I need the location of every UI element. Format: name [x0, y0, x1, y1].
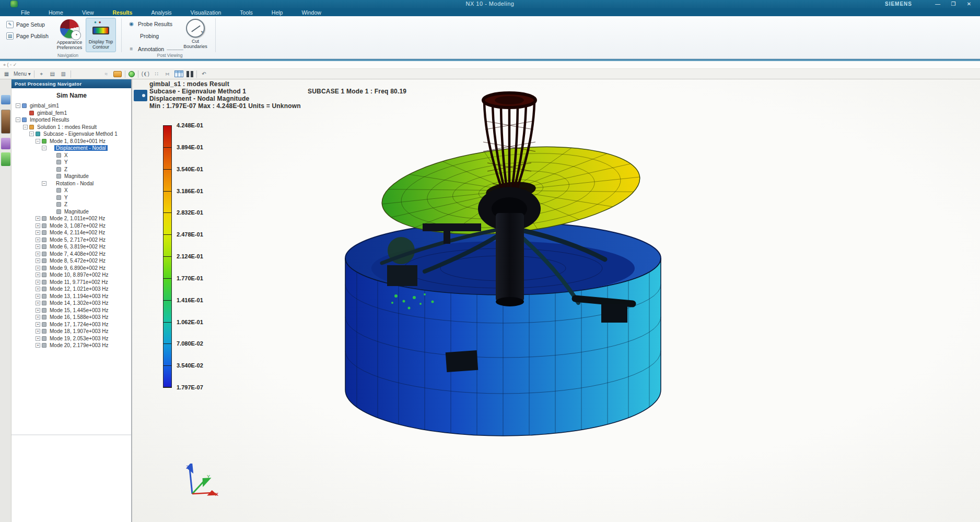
ribbon-tab[interactable]: Window [299, 9, 323, 16]
ribbon-tab[interactable]: File [19, 9, 32, 16]
tree-row[interactable]: + Mode 17, 1.724e+003 Hz [11, 321, 132, 328]
tree-expander[interactable]: − [36, 139, 40, 144]
tree-row[interactable]: + Mode 12, 1.021e+003 Hz [11, 286, 132, 293]
tree-node-label[interactable]: X [63, 152, 69, 158]
tree-row[interactable]: + Mode 20, 2.179e+003 Hz [11, 342, 132, 349]
resource-icon-3[interactable] [1, 138, 10, 149]
graphics-viewport[interactable]: gimbal_s1 : modes Result Subcase - Eigen… [132, 79, 980, 522]
tree-expander[interactable]: − [23, 125, 28, 129]
tree-node-label[interactable]: Mode 15, 1.445e+003 Hz [48, 307, 110, 313]
tree-node-label[interactable]: gimbal_sim1 [28, 103, 61, 109]
resource-icon-2[interactable] [1, 95, 10, 104]
ribbon-tab[interactable]: Results [111, 9, 135, 16]
tree-row[interactable]: + Mode 2, 1.011e+002 Hz [11, 215, 132, 222]
tree-row[interactable]: + Mode 4, 2.114e+002 Hz [11, 229, 132, 236]
tree-row[interactable]: Magnitude [11, 173, 132, 180]
tree-node-label[interactable]: Magnitude [63, 209, 90, 215]
minimize-button[interactable]: — [931, 0, 944, 8]
tree-node-label[interactable]: Mode 17, 1.724e+003 Hz [48, 322, 110, 327]
tree-node-label[interactable]: Z [63, 167, 69, 172]
ribbon-tab[interactable]: Tools [238, 9, 255, 16]
model-3d-view[interactable] [132, 79, 980, 522]
tree-expander[interactable]: + [36, 343, 40, 348]
tree-node-label[interactable]: X [63, 187, 69, 193]
tree-node-label[interactable]: Rotation - Nodal [54, 181, 95, 186]
tree-node-label[interactable]: Mode 9, 6.890e+002 Hz [48, 265, 107, 271]
tree-node-label[interactable]: Mode 8, 5.472e+002 Hz [48, 258, 107, 264]
dots2-icon[interactable]: ∺ [164, 70, 171, 78]
tree-row[interactable]: Z [11, 201, 132, 208]
tree-node-label[interactable]: Y [63, 159, 69, 165]
tree-expander[interactable]: + [36, 294, 40, 299]
tree-row[interactable]: + Mode 5, 2.717e+002 Hz [11, 236, 132, 244]
tree-row[interactable]: + Mode 16, 1.588e+003 Hz [11, 314, 132, 321]
tree-expander[interactable]: + [36, 287, 40, 291]
tree-row[interactable]: + Mode 9, 6.890e+002 Hz [11, 265, 132, 272]
tree-row[interactable]: − Displacement - Nodal [11, 145, 132, 152]
tree-row[interactable]: − Mode 1, 8.019e+001 Hz [11, 138, 132, 145]
tree-node-label[interactable]: Z [63, 201, 69, 207]
tree-row[interactable]: − gimbal_sim1 [11, 102, 132, 110]
probing-button[interactable]: Probing [140, 33, 159, 39]
tree-expander[interactable]: + [36, 244, 40, 249]
list-icon[interactable]: ▥ [60, 70, 67, 78]
tree-row[interactable]: Y [11, 159, 132, 166]
tree-expander[interactable]: + [36, 315, 40, 319]
tree-row[interactable]: + Mode 6, 3.819e+002 Hz [11, 243, 132, 251]
tree-row[interactable]: Magnitude [11, 208, 132, 216]
tree-expander[interactable]: − [16, 103, 20, 108]
tree-expander[interactable]: + [36, 266, 40, 270]
tree-node-label[interactable]: Mode 20, 2.179e+003 Hz [48, 342, 110, 348]
tree-expander[interactable]: + [36, 322, 40, 327]
tree-node-label[interactable]: Mode 1, 8.019e+001 Hz [48, 138, 107, 144]
tree-node-label[interactable]: Mode 13, 1.194e+003 Hz [48, 293, 110, 299]
resource-icon-1[interactable] [1, 84, 10, 93]
tree-row[interactable]: X [11, 152, 132, 159]
tree-expander[interactable]: − [42, 146, 46, 150]
menu-button[interactable]: Menu ▾ [14, 71, 31, 77]
tree-row[interactable]: + Mode 10, 8.897e+002 Hz [11, 271, 132, 279]
tree-row[interactable]: + Mode 7, 4.408e+002 Hz [11, 251, 132, 258]
tree-node-label[interactable]: Mode 19, 2.053e+003 Hz [48, 336, 110, 341]
navigator-title[interactable]: Post Processing Navigator [11, 79, 132, 88]
tree-row[interactable]: + Mode 18, 1.907e+003 Hz [11, 328, 132, 335]
tree-row[interactable]: + Mode 8, 5.472e+002 Hz [11, 257, 132, 265]
bars-icon[interactable] [186, 71, 189, 77]
tree-row[interactable]: + Mode 3, 1.087e+002 Hz [11, 222, 132, 230]
tree-node-label[interactable]: Imported Results [28, 117, 71, 123]
restore-button[interactable]: ❐ [947, 0, 960, 8]
tree-row[interactable]: + Mode 11, 9.771e+002 Hz [11, 279, 132, 286]
ribbon-tab[interactable]: Visualization [189, 9, 224, 16]
tree-node-label[interactable]: Mode 14, 1.302e+003 Hz [48, 300, 110, 306]
undo-icon[interactable]: ↶ [200, 70, 208, 78]
resource-icon-4[interactable] [1, 152, 10, 166]
tree-row[interactable]: Z [11, 166, 132, 173]
tree-row[interactable]: X [11, 187, 132, 194]
tree-node-label[interactable]: gimbal_fem1 [36, 110, 68, 116]
tree-node-label[interactable]: Mode 6, 3.819e+002 Hz [48, 244, 107, 250]
tree-node-label[interactable]: Y [63, 195, 69, 200]
tree-node-label[interactable]: Mode 11, 9.771e+002 Hz [48, 279, 110, 285]
select-filter-icon[interactable]: ⌖ [38, 70, 45, 78]
dots-icon[interactable]: ∷ [153, 70, 160, 78]
tree-expander[interactable]: + [36, 252, 40, 256]
tree-row[interactable]: − Rotation - Nodal [11, 180, 132, 187]
ribbon-tab[interactable]: Help [270, 9, 285, 16]
close-button[interactable]: ✕ [962, 0, 976, 8]
probe-results-button[interactable]: ◉ Probe Results [127, 20, 172, 28]
tree-expander[interactable]: + [36, 216, 40, 221]
cut-boundaries-button[interactable]: Cut Boundaries [180, 19, 211, 50]
tree-node-label[interactable]: Mode 18, 1.907e+003 Hz [48, 328, 110, 334]
rotate-icon[interactable]: (❨) [142, 70, 149, 78]
tree-node-label[interactable]: Solution 1 : modes Result [36, 124, 98, 130]
tree-node-label[interactable]: Mode 12, 1.021e+003 Hz [48, 286, 110, 292]
tree-node-label[interactable]: Mode 5, 2.717e+002 Hz [48, 237, 107, 243]
tree-node-label[interactable]: Subcase - Eigenvalue Method 1 [42, 131, 119, 137]
resource-thumbnail[interactable] [1, 110, 10, 134]
tree-expander[interactable]: + [36, 280, 40, 284]
tree-expander[interactable]: − [29, 132, 34, 136]
tree-node-label[interactable]: Magnitude [63, 173, 90, 179]
tree-node-label[interactable]: Displacement - Nodal [54, 145, 108, 151]
display-contour-button[interactable]: ●● Display Top Contour [86, 18, 116, 52]
appearance-preferences-button[interactable]: Appearance Preferences [54, 18, 85, 52]
